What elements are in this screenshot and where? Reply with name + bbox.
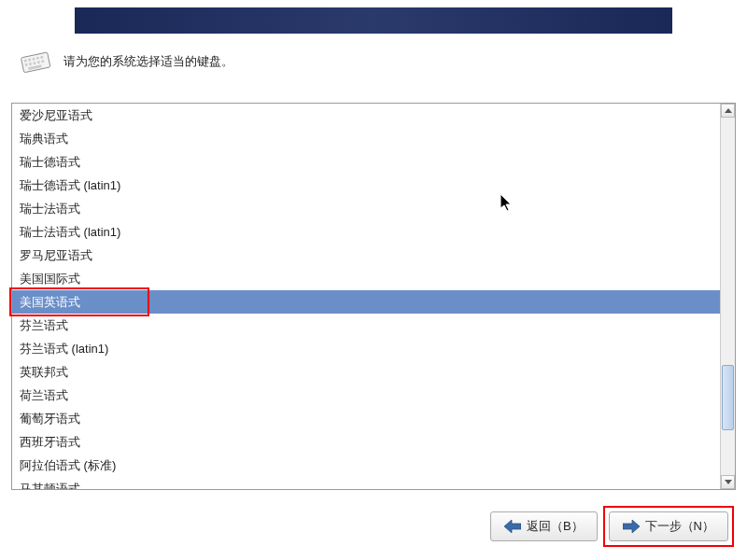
list-item[interactable]: 罗马尼亚语式: [12, 244, 720, 267]
next-button-label: 下一步（N）: [645, 518, 714, 535]
button-bar: 返回（B） 下一步（N）: [490, 511, 728, 541]
list-item[interactable]: 瑞士法语式 (latin1): [12, 220, 720, 244]
svg-rect-10: [41, 60, 44, 63]
list-item[interactable]: 马其顿语式: [12, 477, 720, 489]
header-banner: [75, 7, 672, 34]
svg-marker-14: [504, 520, 521, 533]
svg-marker-13: [725, 480, 732, 484]
list-item[interactable]: 瑞士德语式: [12, 150, 720, 174]
list-item[interactable]: 西班牙语式: [12, 430, 720, 454]
scroll-thumb[interactable]: [722, 365, 734, 430]
keyboard-list-container: 爱沙尼亚语式瑞典语式瑞士德语式瑞士德语式 (latin1)瑞士法语式瑞士法语式 …: [11, 103, 736, 490]
svg-rect-4: [36, 57, 39, 60]
back-button-label: 返回（B）: [527, 518, 584, 535]
svg-marker-12: [725, 108, 732, 113]
arrow-right-icon: [623, 520, 640, 533]
svg-rect-2: [28, 59, 31, 62]
list-item[interactable]: 荷兰语式: [12, 384, 720, 407]
list-item[interactable]: 美国英语式: [12, 290, 720, 314]
next-button[interactable]: 下一步（N）: [609, 511, 728, 541]
list-item[interactable]: 葡萄牙语式: [12, 407, 720, 430]
list-item[interactable]: 芬兰语式: [12, 314, 720, 337]
list-item[interactable]: 爱沙尼亚语式: [12, 104, 720, 127]
svg-rect-8: [33, 62, 35, 64]
scrollbar[interactable]: [720, 104, 735, 489]
scroll-up-button[interactable]: [721, 104, 735, 118]
list-item[interactable]: 瑞士法语式: [12, 197, 720, 220]
svg-rect-7: [29, 63, 32, 65]
instruction-text: 请为您的系统选择适当的键盘。: [63, 53, 233, 70]
list-item[interactable]: 瑞典语式: [12, 127, 720, 150]
scroll-down-button[interactable]: [721, 475, 735, 489]
keyboard-list[interactable]: 爱沙尼亚语式瑞典语式瑞士德语式瑞士德语式 (latin1)瑞士法语式瑞士法语式 …: [12, 104, 720, 489]
next-button-wrap: 下一步（N）: [609, 511, 728, 541]
arrow-left-icon: [504, 520, 521, 533]
svg-rect-6: [25, 63, 28, 66]
list-item[interactable]: 芬兰语式 (latin1): [12, 337, 720, 360]
svg-rect-3: [32, 58, 35, 61]
list-item[interactable]: 英联邦式: [12, 360, 720, 384]
list-item[interactable]: 瑞士德语式 (latin1): [12, 174, 720, 197]
list-item[interactable]: 美国国际式: [12, 267, 720, 290]
svg-rect-1: [24, 59, 27, 62]
svg-marker-15: [623, 520, 640, 533]
keyboard-icon: [19, 49, 52, 75]
back-button[interactable]: 返回（B）: [490, 511, 598, 541]
svg-rect-5: [40, 56, 43, 59]
instruction-row: 请为您的系统选择适当的键盘。: [19, 49, 233, 75]
svg-rect-9: [37, 61, 40, 63]
list-item[interactable]: 阿拉伯语式 (标准): [12, 454, 720, 477]
